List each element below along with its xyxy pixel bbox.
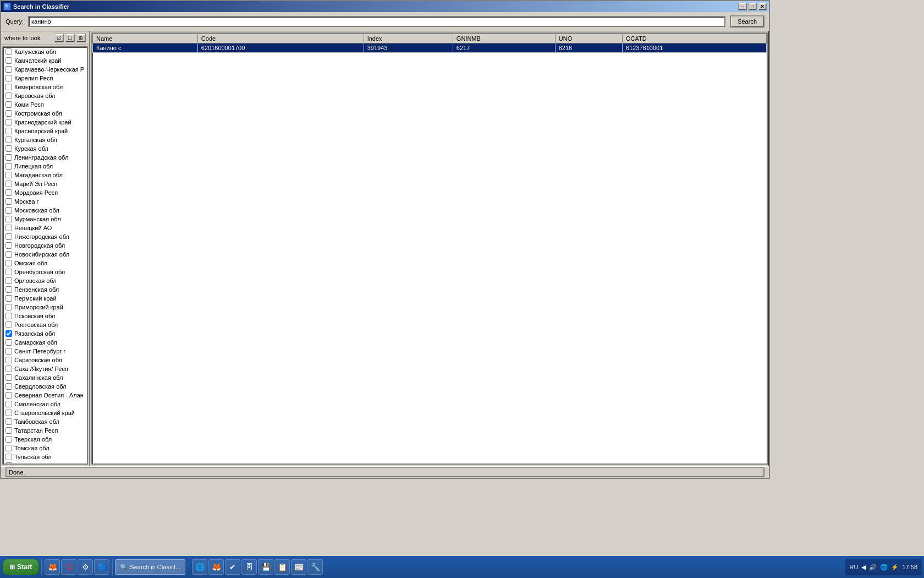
regions-list[interactable]: Калужская облКамчатский крайКарачаево-Че… — [2, 46, 88, 465]
table-row[interactable]: Канино с62016000017003919436217621661237… — [93, 43, 767, 53]
taskbar-icon-app1[interactable]: ⚙ — [78, 559, 93, 575]
region-checkbox[interactable] — [6, 198, 12, 205]
region-checkbox[interactable] — [6, 366, 12, 372]
table-cell: 6217 — [453, 43, 555, 53]
region-checkbox[interactable] — [6, 137, 12, 143]
region-checkbox[interactable] — [6, 225, 12, 231]
region-checkbox[interactable] — [6, 145, 12, 152]
col-gninmb: GNINMB — [453, 34, 555, 43]
query-input[interactable] — [28, 16, 725, 27]
region-checkbox[interactable] — [6, 154, 12, 161]
region-checkbox[interactable] — [6, 436, 12, 443]
deselect-all-button[interactable]: ☐ — [65, 34, 75, 42]
region-label: Ростовская обл — [14, 321, 58, 328]
region-checkbox[interactable] — [6, 427, 12, 434]
search-button[interactable]: Search — [730, 15, 765, 28]
region-checkbox[interactable] — [6, 66, 12, 73]
region-checkbox[interactable] — [6, 454, 12, 460]
region-checkbox[interactable] — [6, 277, 12, 284]
region-checkbox[interactable] — [6, 251, 12, 258]
results-table-container[interactable]: Name Code Index GNINMB UNO OCATD Канино … — [91, 32, 768, 465]
taskbar-separator — [41, 559, 42, 575]
region-checkbox[interactable] — [6, 313, 12, 319]
region-checkbox[interactable] — [6, 462, 12, 465]
region-item: Курская обл — [3, 144, 87, 153]
region-checkbox[interactable] — [6, 348, 12, 355]
start-button[interactable]: ⊞ Start — [2, 559, 39, 575]
minimize-button[interactable]: ─ — [738, 3, 747, 10]
taskbar-icon-news[interactable]: 📰 — [291, 559, 306, 575]
region-checkbox[interactable] — [6, 321, 12, 328]
region-checkbox[interactable] — [6, 383, 12, 390]
region-checkbox[interactable] — [6, 304, 12, 310]
taskbar-icon-fir[interactable]: 🦊 — [208, 559, 224, 575]
region-label: Марий Эл Респ — [14, 181, 57, 187]
region-checkbox[interactable] — [6, 207, 12, 214]
region-checkbox[interactable] — [6, 48, 12, 55]
region-checkbox[interactable] — [6, 119, 12, 126]
col-code: Code — [197, 34, 364, 43]
region-item: Тыва Респ — [3, 461, 87, 465]
taskbar-icon-docs[interactable]: 📋 — [274, 559, 290, 575]
region-item: Омская обл — [3, 259, 87, 268]
statusbar: Done. — [1, 466, 769, 478]
maximize-button[interactable]: □ — [748, 3, 757, 10]
region-item: Ставропольский край — [3, 408, 87, 417]
region-checkbox[interactable] — [6, 181, 12, 187]
col-uno: UNO — [555, 34, 622, 43]
region-label: Калужская обл — [14, 48, 56, 55]
taskbar-icon-save[interactable]: 💾 — [258, 559, 273, 575]
region-checkbox[interactable] — [6, 401, 12, 407]
region-item: Свердловская обл — [3, 382, 87, 391]
region-checkbox[interactable] — [6, 269, 12, 275]
region-checkbox[interactable] — [6, 110, 12, 117]
region-label: Новосибирская обл — [14, 251, 69, 258]
region-checkbox[interactable] — [6, 128, 12, 134]
region-checkbox[interactable] — [6, 57, 12, 64]
query-label: Query: — [6, 18, 24, 25]
region-checkbox[interactable] — [6, 330, 12, 337]
region-checkbox[interactable] — [6, 339, 12, 346]
region-item: Курганская обл — [3, 135, 87, 144]
region-item: Мурманская обл — [3, 215, 87, 223]
region-checkbox[interactable] — [6, 418, 12, 425]
region-label: Смоленская обл — [14, 401, 61, 407]
region-checkbox[interactable] — [6, 233, 12, 240]
region-checkbox[interactable] — [6, 410, 12, 416]
region-checkbox[interactable] — [6, 445, 12, 451]
left-panel-title: where to look — [4, 35, 40, 41]
taskbar-icon-chk[interactable]: ✔ — [225, 559, 240, 575]
region-label: Санкт-Петербург г — [14, 348, 65, 355]
region-checkbox[interactable] — [6, 260, 12, 266]
taskbar-icon-db[interactable]: 🗄 — [241, 559, 257, 575]
taskbar-icon-app2[interactable]: 🔵 — [94, 559, 109, 575]
region-label: Саратовская обл — [14, 357, 62, 363]
close-button[interactable]: ✕ — [758, 3, 767, 10]
region-checkbox[interactable] — [6, 92, 12, 99]
select-all-button[interactable]: ☑ — [54, 34, 64, 42]
region-checkbox[interactable] — [6, 216, 12, 222]
taskbar-icon-fb[interactable]: 🌐 — [192, 559, 207, 575]
region-checkbox[interactable] — [6, 172, 12, 178]
taskbar-icon-firefox[interactable]: 🦊 — [45, 559, 60, 575]
region-checkbox[interactable] — [6, 357, 12, 363]
region-checkbox[interactable] — [6, 189, 12, 196]
active-window-icon: 🔍 — [120, 564, 128, 571]
region-label: Камчатский край — [14, 57, 61, 64]
window-title: Search in Classifier — [13, 3, 69, 10]
region-checkbox[interactable] — [6, 75, 12, 81]
region-checkbox[interactable] — [6, 374, 12, 381]
invert-selection-button[interactable]: ⊞ — [76, 34, 86, 42]
region-item: Новосибирская обл — [3, 250, 87, 259]
taskbar-icon-opera[interactable]: O — [61, 559, 76, 575]
region-checkbox[interactable] — [6, 101, 12, 108]
region-checkbox[interactable] — [6, 242, 12, 249]
region-checkbox[interactable] — [6, 392, 12, 399]
taskbar-active-window[interactable]: 🔍 Search in Classif... — [115, 559, 185, 575]
taskbar-icon-tool[interactable]: 🔧 — [307, 559, 323, 575]
region-label: Оренбургская обл — [14, 269, 65, 275]
region-checkbox[interactable] — [6, 286, 12, 293]
region-checkbox[interactable] — [6, 295, 12, 302]
region-checkbox[interactable] — [6, 163, 12, 170]
region-checkbox[interactable] — [6, 84, 12, 90]
